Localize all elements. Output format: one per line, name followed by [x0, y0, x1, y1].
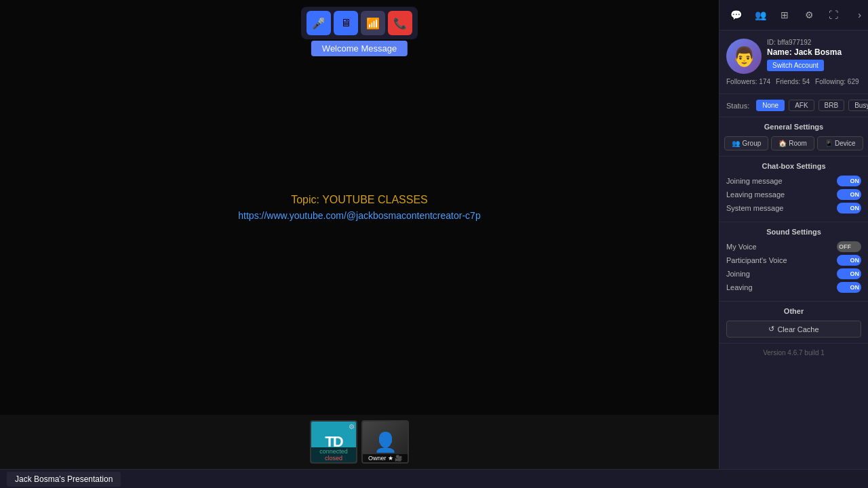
welcome-badge: Welcome Message — [311, 41, 408, 56]
group-button[interactable]: 👥 Group — [724, 136, 768, 150]
leaving-message-label: Leaving message — [726, 190, 785, 199]
switch-account-button[interactable]: Switch Account — [767, 60, 824, 71]
fullscreen-icon-button[interactable]: ⛶ — [824, 5, 843, 24]
other-section: Other ↺ Clear Cache — [719, 302, 868, 344]
group-icon: 👥 — [732, 140, 740, 147]
toolbar: 🎤 🖥 📶 📞 — [301, 7, 418, 39]
mic-button[interactable]: 🎤 — [307, 11, 331, 35]
video-thumb-td: ⚙ TD connected closed — [310, 420, 357, 464]
chatbox-settings-title: Chat-box Settings — [726, 162, 861, 170]
status-brb-button[interactable]: BRB — [818, 100, 845, 111]
joining-sound-label: Joining — [726, 270, 750, 278]
joining-sound-toggle[interactable]: ON — [837, 268, 861, 279]
device-button[interactable]: 📱 Device — [817, 136, 863, 150]
participant-voice-row: Participant's Voice ON — [726, 255, 861, 266]
thumb1-label: connected closed — [311, 447, 356, 462]
owner-badge: Owner ★ 🎥 — [363, 454, 408, 462]
users-icon-button[interactable]: 👥 — [751, 5, 770, 24]
leaving-sound-label: Leaving — [726, 283, 753, 291]
joining-message-toggle[interactable]: ON — [837, 176, 861, 186]
video-thumb-person: 👤 Owner ★ 🎥 — [361, 420, 409, 464]
my-voice-toggle[interactable]: OFF — [837, 241, 861, 252]
leaving-sound-row: Leaving ON — [726, 282, 861, 293]
video-main: Topic: YOUTUBE CLASSES https://www.youtu… — [0, 0, 719, 415]
system-message-row: System message ON — [726, 203, 861, 214]
status-busy-button[interactable]: Busy — [848, 100, 868, 111]
status-section: Status: None AFK BRB Busy zZ — [719, 94, 868, 117]
leaving-message-toggle[interactable]: ON — [837, 189, 861, 200]
avatar-image: 👨 — [732, 45, 756, 68]
refresh-icon: ↺ — [768, 325, 774, 333]
signal-button[interactable]: 📶 — [361, 11, 385, 35]
hangup-button[interactable]: 📞 — [388, 11, 412, 35]
sidebar-arrow-button[interactable]: › — [858, 9, 861, 20]
topic-link: https://www.youtube.com/@jackbosmaconten… — [238, 210, 480, 221]
system-message-toggle[interactable]: ON — [837, 203, 861, 214]
version-section: Version 4.6.7 build 1 — [719, 344, 868, 362]
version-text: Version 4.6.7 build 1 — [726, 349, 861, 357]
topic-text: Topic: YOUTUBE CLASSES https://www.youtu… — [238, 194, 480, 221]
other-title: Other — [726, 307, 861, 315]
sidebar: 💬 👥 ⊞ ⚙ ⛶ › 👨 ID: bffa977192 Name: Jack … — [719, 0, 868, 469]
followers-stat: Followers: 174 — [726, 78, 770, 85]
sidebar-icons-row: 💬 👥 ⊞ ⚙ ⛶ › — [719, 0, 868, 30]
general-settings-buttons: 👥 Group 🏠 Room 📱 Device — [726, 136, 861, 150]
main-row: 🎤 🖥 📶 📞 Welcome Message Topic: YOUTUBE C… — [0, 0, 868, 469]
presentation-bar: Jack Bosma's Presentation — [0, 469, 868, 488]
participant-voice-label: Participant's Voice — [726, 256, 787, 264]
status-afk-button[interactable]: AFK — [789, 100, 814, 111]
gear-icon: ⚙ — [349, 423, 355, 430]
profile-name: Name: Jack Bosma — [767, 47, 861, 57]
settings-icon-button[interactable]: ⚙ — [800, 5, 818, 24]
topic-label: Topic: YOUTUBE CLASSES — [238, 194, 480, 206]
following-stat: Following: 629 — [815, 78, 859, 85]
profile-section: 👨 ID: bffa977192 Name: Jack Bosma Switch… — [719, 30, 868, 94]
presentation-label: Jack Bosma's Presentation — [7, 472, 121, 487]
leaving-message-row: Leaving message ON — [726, 189, 861, 200]
my-voice-label: My Voice — [726, 243, 757, 251]
my-voice-row: My Voice OFF — [726, 241, 861, 252]
avatar: 👨 — [726, 39, 762, 74]
clear-cache-button[interactable]: ↺ Clear Cache — [726, 321, 861, 338]
camera-icon: 🎥 — [395, 455, 402, 462]
joining-message-label: Joining message — [726, 177, 783, 185]
status-label: Status: — [726, 102, 749, 110]
profile-id: ID: bffa977192 — [767, 39, 861, 46]
general-settings-section: General Settings 👥 Group 🏠 Room 📱 Device — [719, 117, 868, 157]
screen-share-button[interactable]: 🖥 — [334, 11, 358, 35]
status-none-button[interactable]: None — [756, 100, 785, 111]
joining-message-row: Joining message ON — [726, 176, 861, 186]
profile-stats: Followers: 174 Friends: 54 Following: 62… — [726, 78, 861, 85]
room-icon: 🏠 — [778, 140, 787, 147]
profile-info: ID: bffa977192 Name: Jack Bosma Switch A… — [767, 39, 861, 71]
device-icon: 📱 — [825, 140, 833, 147]
video-area: 🎤 🖥 📶 📞 Welcome Message Topic: YOUTUBE C… — [0, 0, 719, 469]
profile-row: 👨 ID: bffa977192 Name: Jack Bosma Switch… — [726, 39, 861, 74]
sound-settings-title: Sound Settings — [726, 228, 861, 236]
app-container: 🎤 🖥 📶 📞 Welcome Message Topic: YOUTUBE C… — [0, 0, 868, 488]
joining-sound-row: Joining ON — [726, 268, 861, 279]
grid-icon-button[interactable]: ⊞ — [775, 5, 794, 24]
general-settings-title: General Settings — [726, 123, 861, 131]
sound-settings-section: Sound Settings My Voice OFF Participant'… — [719, 222, 868, 302]
chatbox-settings-section: Chat-box Settings Joining message ON Lea… — [719, 157, 868, 222]
leaving-sound-toggle[interactable]: ON — [837, 282, 861, 293]
room-button[interactable]: 🏠 Room — [771, 136, 814, 150]
friends-stat: Friends: 54 — [776, 78, 810, 85]
chat-icon-button[interactable]: 💬 — [726, 5, 745, 24]
participant-voice-toggle[interactable]: ON — [837, 255, 861, 266]
system-message-label: System message — [726, 204, 783, 212]
video-strip: ⚙ TD connected closed 👤 Owner ★ 🎥 — [0, 415, 719, 469]
